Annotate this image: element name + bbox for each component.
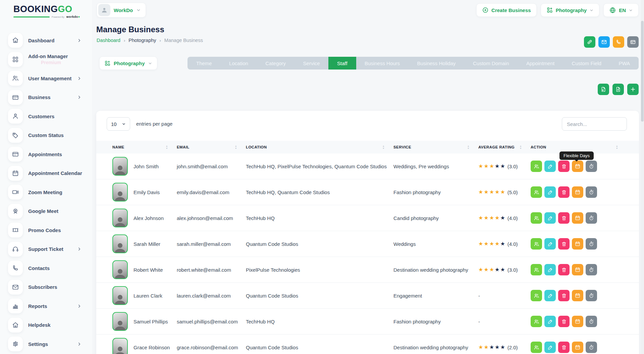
sidebar-item-subscribers[interactable]: Subscribers bbox=[0, 280, 92, 295]
sidebar-item-user-management[interactable]: User Management bbox=[0, 71, 92, 86]
sidebar-item-google-meet[interactable]: Google Meet bbox=[0, 204, 92, 219]
entries-per-page-label: entries per page bbox=[136, 121, 172, 127]
sidebar-item-settings[interactable]: Settings bbox=[0, 337, 92, 351]
download-file-button[interactable] bbox=[612, 84, 624, 95]
sidebar-item-appointments[interactable]: Appointments bbox=[0, 147, 92, 162]
delete-trash-button[interactable] bbox=[558, 186, 570, 198]
sidebar-item-support-ticket[interactable]: Support Ticket bbox=[0, 242, 92, 257]
tab-business-holiday[interactable]: Business Holiday bbox=[410, 57, 462, 70]
staff-users-button[interactable] bbox=[531, 161, 542, 172]
timer-button[interactable] bbox=[586, 342, 597, 353]
sidebar-item-custom-status[interactable]: Custom Status bbox=[0, 128, 92, 143]
staff-users-button[interactable] bbox=[531, 316, 542, 327]
tab-staff[interactable]: Staff bbox=[328, 57, 356, 70]
scrollbar-thumb[interactable] bbox=[641, 21, 644, 122]
payment-card-button[interactable] bbox=[627, 36, 639, 48]
edit-pencil-button[interactable] bbox=[544, 161, 556, 172]
delete-trash-button[interactable] bbox=[558, 264, 570, 275]
staff-users-button[interactable] bbox=[531, 212, 542, 224]
sort-toggle[interactable]: ▲▼ bbox=[520, 145, 522, 149]
flexible-days-calendar-button[interactable] bbox=[572, 186, 583, 198]
breadcrumb-dashboard-link[interactable]: Dashboard bbox=[97, 38, 120, 43]
edit-pencil-button[interactable] bbox=[544, 212, 556, 224]
business-contact-actions bbox=[584, 36, 639, 48]
staff-users-button[interactable] bbox=[531, 264, 542, 275]
sidebar-item-dashboard[interactable]: Dashboard bbox=[0, 33, 92, 48]
sidebar-item-zoom-meeting[interactable]: Zoom Meeting bbox=[0, 185, 92, 200]
tab-appointment[interactable]: Appointment bbox=[520, 57, 561, 70]
flexible-days-calendar-button[interactable] bbox=[572, 238, 583, 250]
create-business-button[interactable]: Create Business bbox=[476, 3, 537, 17]
sort-toggle[interactable]: ▲▼ bbox=[382, 145, 385, 149]
business-filter-dropdown[interactable]: Photography bbox=[99, 56, 157, 70]
flexible-days-calendar-button[interactable] bbox=[572, 161, 583, 172]
staff-users-button[interactable] bbox=[531, 342, 542, 353]
sort-toggle[interactable]: ▲▼ bbox=[166, 145, 168, 149]
staff-users-button[interactable] bbox=[531, 186, 542, 198]
sort-toggle[interactable]: ▲▼ bbox=[467, 145, 470, 149]
export-file-button[interactable] bbox=[598, 84, 609, 95]
staff-users-button[interactable] bbox=[531, 290, 542, 301]
workspace-dropdown[interactable]: WorkDo bbox=[97, 3, 146, 17]
entries-per-page-select[interactable]: 10 bbox=[107, 117, 130, 131]
timer-button[interactable] bbox=[586, 264, 597, 275]
search-input[interactable] bbox=[562, 117, 627, 131]
name-cell: Samuel Phillips bbox=[112, 312, 177, 331]
sidebar-item-business[interactable]: Business bbox=[0, 90, 92, 105]
language-dropdown[interactable]: EN bbox=[603, 3, 639, 17]
timer-button[interactable] bbox=[586, 290, 597, 301]
delete-trash-button[interactable] bbox=[558, 316, 570, 327]
tab-business-hours[interactable]: Business Hours bbox=[358, 57, 407, 70]
timer-button[interactable] bbox=[586, 212, 597, 224]
flexible-days-calendar-button[interactable] bbox=[572, 264, 583, 275]
flexible-days-calendar-button[interactable] bbox=[572, 316, 583, 327]
edit-pencil-button[interactable] bbox=[544, 264, 556, 275]
copy-link-button[interactable] bbox=[584, 36, 595, 48]
brand-logo[interactable]: BOOKINGGO Powered By workdo● bbox=[13, 4, 80, 18]
edit-pencil-button[interactable] bbox=[544, 316, 556, 327]
tab-pwa[interactable]: PWA bbox=[612, 57, 637, 70]
phone-button[interactable] bbox=[613, 36, 624, 48]
timer-button[interactable] bbox=[586, 316, 597, 327]
add-staff-button[interactable] bbox=[627, 84, 639, 95]
sidebar-item-helpdesk[interactable]: Helpdesk bbox=[0, 318, 92, 333]
edit-pencil-button[interactable] bbox=[544, 342, 556, 353]
delete-trash-button[interactable] bbox=[558, 342, 570, 353]
timer-button[interactable] bbox=[586, 161, 597, 172]
edit-pencil-button[interactable] bbox=[544, 238, 556, 250]
delete-trash-button[interactable] bbox=[558, 212, 570, 224]
business-switcher-dropdown[interactable]: Photography bbox=[541, 3, 600, 17]
timer-button[interactable] bbox=[586, 238, 597, 250]
entries-value: 10 bbox=[111, 121, 117, 127]
sort-toggle[interactable]: ▲▼ bbox=[235, 145, 237, 149]
sidebar-item-customers[interactable]: Customers bbox=[0, 109, 92, 124]
tab-location[interactable]: Location bbox=[222, 57, 255, 70]
tab-custom-field[interactable]: Custom Field bbox=[565, 57, 608, 70]
sidebar-item-reports[interactable]: Reports bbox=[0, 299, 92, 313]
delete-trash-button[interactable] bbox=[558, 290, 570, 301]
sidebar-item-appointment-calendar[interactable]: Appointment Calendar bbox=[0, 166, 92, 181]
tab-custom-domain[interactable]: Custom Domain bbox=[466, 57, 516, 70]
sidebar-item-add-on-manager[interactable]: Add-on ManagerPremium bbox=[0, 52, 92, 67]
grid-plus-icon bbox=[104, 60, 111, 67]
flexible-days-calendar-button[interactable] bbox=[572, 212, 583, 224]
flexible-days-calendar-button[interactable] bbox=[572, 342, 583, 353]
email-button[interactable] bbox=[598, 36, 610, 48]
edit-pencil-button[interactable] bbox=[544, 186, 556, 198]
star-icon: ★ bbox=[500, 189, 505, 195]
page-scrollbar[interactable] bbox=[641, 0, 644, 354]
breadcrumb-photography-link[interactable]: Photography bbox=[128, 38, 156, 43]
globe-icon bbox=[609, 7, 616, 14]
tab-service[interactable]: Service bbox=[297, 57, 327, 70]
sidebar-item-contacts[interactable]: Contacts bbox=[0, 261, 92, 275]
delete-trash-button[interactable] bbox=[558, 161, 570, 172]
timer-button[interactable] bbox=[586, 186, 597, 198]
tab-category[interactable]: Category bbox=[259, 57, 292, 70]
tab-theme[interactable]: Theme bbox=[190, 57, 219, 70]
flexible-days-calendar-button[interactable] bbox=[572, 290, 583, 301]
staff-users-button[interactable] bbox=[531, 238, 542, 250]
delete-trash-button[interactable] bbox=[558, 238, 570, 250]
sidebar-item-promo-codes[interactable]: Promo Codes bbox=[0, 223, 92, 237]
sort-toggle[interactable]: ▲▼ bbox=[616, 145, 618, 149]
edit-pencil-button[interactable] bbox=[544, 290, 556, 301]
